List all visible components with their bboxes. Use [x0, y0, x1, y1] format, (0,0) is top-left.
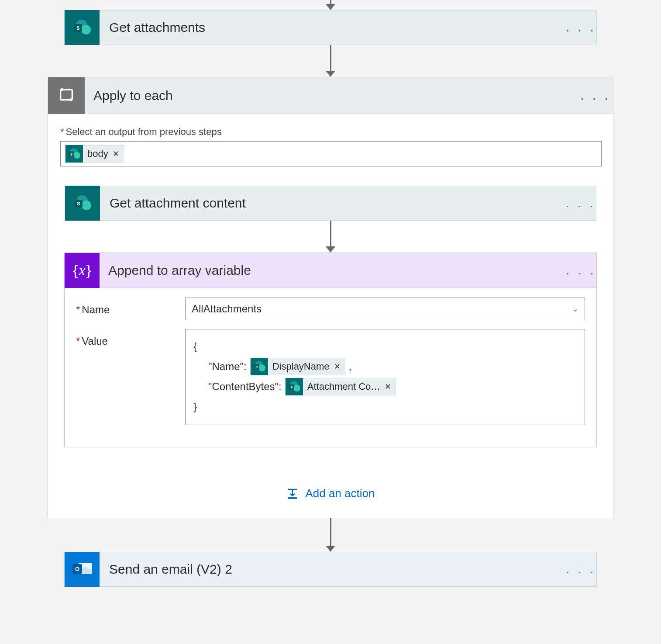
- code-key-contentbytes: "ContentBytes":: [208, 377, 282, 397]
- variable-name-select[interactable]: AllAttachments ⌄: [185, 298, 585, 320]
- action-menu-icon[interactable]: . . .: [566, 21, 596, 35]
- token-label: DisplayName: [272, 357, 330, 377]
- connector-arrow: [326, 518, 335, 552]
- action-send-email[interactable]: O Send an email (V2) 2 . . .: [64, 552, 597, 587]
- connector-arrow: [326, 0, 335, 10]
- select-output-input[interactable]: S body ✕: [60, 141, 602, 166]
- token-body[interactable]: S body ✕: [65, 145, 124, 163]
- code-brace-open: {: [193, 336, 577, 357]
- token-attachment-content[interactable]: S Attachment Co… ✕: [285, 378, 396, 395]
- connector-arrow: [326, 221, 335, 253]
- action-menu-icon[interactable]: . . .: [566, 562, 596, 576]
- value-editor[interactable]: { "Name": S DisplayName ✕: [185, 329, 585, 425]
- add-action-label: Add an action: [305, 487, 375, 500]
- action-title: Get attachment content: [100, 196, 565, 211]
- action-get-attachments[interactable]: S Get attachments . . .: [64, 10, 597, 45]
- loop-icon: [48, 77, 85, 114]
- variable-icon: x: [65, 253, 100, 288]
- token-remove-icon[interactable]: ✕: [334, 357, 341, 377]
- svg-rect-0: [61, 90, 72, 100]
- param-value-label: *Value: [76, 329, 185, 347]
- action-title: Get attachments: [100, 20, 566, 35]
- token-label: Attachment Co…: [307, 377, 381, 397]
- token-displayname[interactable]: S DisplayName ✕: [250, 358, 345, 375]
- code-key-name: "Name":: [208, 357, 247, 377]
- action-append-to-array: x Append to array variable . . . *Name A…: [64, 253, 597, 447]
- apply-to-each-container: Apply to each . . . *Select an output fr…: [48, 77, 613, 518]
- action-get-attachment-content[interactable]: S Get attachment content . . .: [65, 186, 596, 221]
- select-output-label: *Select an output from previous steps: [60, 126, 601, 138]
- action-title: Send an email (V2) 2: [100, 562, 566, 577]
- token-label: body: [87, 148, 108, 159]
- select-value: AllAttachments: [192, 303, 262, 315]
- container-title: Apply to each: [85, 88, 578, 103]
- code-brace-close: }: [193, 397, 577, 417]
- connector-arrow: [326, 45, 335, 77]
- action-title: Append to array variable: [100, 263, 566, 278]
- apply-to-each-header[interactable]: Apply to each . . .: [48, 77, 613, 114]
- action-menu-icon[interactable]: . . .: [566, 263, 596, 277]
- sharepoint-icon: S: [65, 10, 100, 45]
- insert-step-icon: [286, 487, 299, 500]
- token-remove-icon[interactable]: ✕: [113, 149, 119, 159]
- container-menu-icon[interactable]: . . .: [578, 89, 613, 103]
- append-header[interactable]: x Append to array variable . . .: [65, 253, 596, 288]
- action-menu-icon[interactable]: . . .: [565, 196, 596, 210]
- chevron-down-icon: ⌄: [572, 304, 578, 314]
- sharepoint-icon: S: [65, 186, 100, 221]
- add-action-button[interactable]: Add an action: [286, 487, 375, 500]
- token-remove-icon[interactable]: ✕: [385, 377, 391, 397]
- code-comma: ,: [349, 357, 352, 377]
- param-name-label: *Name: [76, 298, 185, 316]
- outlook-icon: O: [65, 552, 100, 587]
